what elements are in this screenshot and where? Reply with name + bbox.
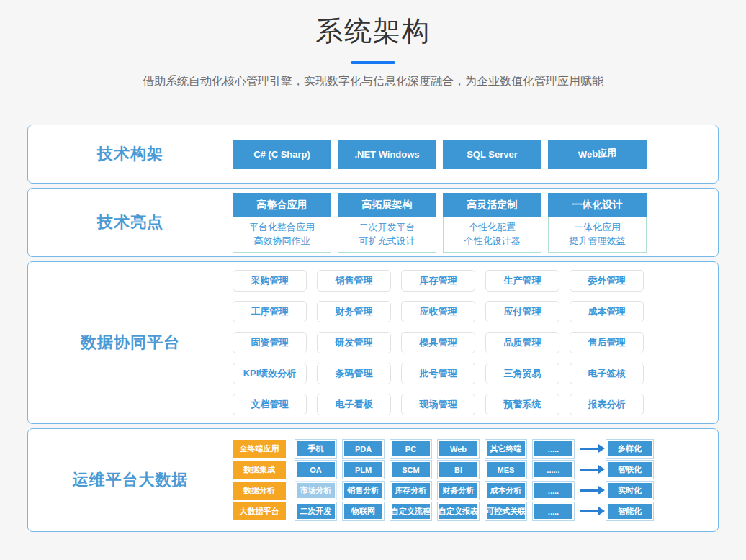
highlight-card-line: 高效协同作业 [233, 234, 331, 248]
ops-item-button[interactable]: 二次开发 [295, 502, 336, 520]
section-label-data-platform: 数据协同平台 [28, 332, 233, 353]
ops-item-button[interactable]: 其它终端 [485, 440, 526, 458]
title-underline [351, 61, 395, 64]
arrow-right-icon [580, 469, 599, 471]
module-button[interactable]: 生产管理 [485, 270, 560, 292]
ops-item-button[interactable]: 财务分析 [438, 482, 479, 500]
page-header: 系统架构 借助系统自动化核心管理引擎，实现数字化与信息化深度融合，为企业数值化管… [0, 0, 746, 89]
ops-result-button[interactable]: 多样化 [606, 440, 653, 458]
ops-item-button[interactable]: OA [295, 461, 336, 479]
ops-item-button[interactable]: ..... [533, 482, 574, 500]
module-button[interactable]: 品质管理 [485, 332, 560, 353]
section-label-ops-platform: 运维平台大数据 [28, 469, 233, 491]
ops-item-button[interactable]: MES [485, 461, 526, 479]
module-button[interactable]: 电子签核 [570, 363, 644, 384]
highlight-card-line: 个性化设计器 [444, 234, 541, 248]
arrow-right-icon [580, 489, 599, 492]
highlight-card: 高拓展架构二次开发平台可扩充式设计 [338, 193, 436, 253]
data-platform-grid: 采购管理销售管理库存管理生产管理委外管理工序管理财务管理应收管理应付管理成本管理… [233, 270, 644, 415]
ops-item-button[interactable]: PDA [343, 440, 384, 458]
section-label-tech-framework: 技术构架 [28, 143, 233, 165]
ops-item-button[interactable]: 手机 [295, 440, 336, 458]
module-button[interactable]: KPI绩效分析 [233, 363, 307, 384]
highlight-card-line: 个性化配置 [444, 220, 541, 234]
ops-category-button[interactable]: 数据分析 [233, 482, 286, 500]
highlight-card-line: 一体化应用 [549, 220, 646, 234]
ops-item-button[interactable]: 销售分析 [343, 482, 384, 500]
ops-row: 全终端应用手机PDAPCWeb其它终端.....多样化 [233, 440, 653, 458]
module-button[interactable]: 批号管理 [401, 363, 475, 384]
ops-row: 数据集成OAPLMSCMBIMES......智联化 [233, 461, 653, 479]
module-button[interactable]: 采购管理 [233, 270, 307, 292]
highlight-card-title: 高整合应用 [233, 193, 331, 217]
system-architecture-page: 系统架构 借助系统自动化核心管理引擎，实现数字化与信息化深度融合，为企业数值化管… [0, 0, 746, 560]
ops-category-button[interactable]: 数据集成 [233, 461, 286, 479]
module-button[interactable]: 应付管理 [485, 301, 560, 322]
section-label-tech-highlights: 技术亮点 [28, 212, 233, 233]
ops-item-button[interactable]: 自定义流程 [390, 502, 431, 520]
highlight-card-body: 个性化配置个性化设计器 [443, 217, 541, 253]
ops-item-button[interactable]: PC [390, 440, 431, 458]
module-button[interactable]: 研发管理 [317, 332, 391, 353]
panel-tech-framework: 技术构架 C# (C Sharp).NET WindowsSQL ServerW… [27, 125, 719, 184]
module-button[interactable]: 三角贸易 [485, 363, 560, 384]
ops-item-button[interactable]: 自定义报表 [438, 502, 479, 520]
module-button[interactable]: 报表分析 [570, 394, 644, 415]
tech-framework-buttons: C# (C Sharp).NET WindowsSQL ServerWeb应用 [233, 140, 718, 169]
ops-result-button[interactable]: 智能化 [606, 502, 653, 520]
ops-item-button[interactable]: PLM [343, 461, 384, 479]
module-button[interactable]: 条码管理 [317, 363, 391, 384]
highlight-card: 高整合应用平台化整合应用高效协同作业 [233, 193, 331, 253]
ops-item-button[interactable]: SCM [390, 461, 431, 479]
module-button[interactable]: 固资管理 [233, 332, 307, 353]
tech-framework-button[interactable]: SQL Server [443, 140, 541, 169]
tech-framework-button-label: Web应用 [578, 146, 616, 162]
tech-highlight-cards: 高整合应用平台化整合应用高效协同作业高拓展架构二次开发平台可扩充式设计高灵活定制… [233, 193, 718, 253]
ops-item-button[interactable]: 市场分析 [295, 482, 336, 500]
highlight-card-line: 提升管理效益 [549, 234, 646, 248]
ops-category-button[interactable]: 全终端应用 [233, 440, 286, 458]
ops-result-button[interactable]: 智联化 [606, 461, 653, 479]
ops-item-button[interactable]: ..... [533, 440, 574, 458]
ops-item-button[interactable]: 物联网 [343, 502, 384, 520]
module-button[interactable]: 模具管理 [401, 332, 475, 353]
module-button[interactable]: 库存管理 [401, 270, 475, 292]
page-title: 系统架构 [0, 13, 746, 50]
ops-item-button[interactable]: BI [438, 461, 479, 479]
tech-framework-button-label: .NET Windows [354, 149, 419, 160]
highlight-card-line: 平台化整合应用 [233, 220, 331, 234]
panel-tech-highlights: 技术亮点 高整合应用平台化整合应用高效协同作业高拓展架构二次开发平台可扩充式设计… [27, 188, 719, 257]
ops-item-button[interactable]: ..... [533, 502, 574, 520]
module-button[interactable]: 预警系统 [485, 394, 560, 415]
ops-item-button[interactable]: ...... [533, 461, 574, 479]
tech-framework-button-label: C# (C Sharp) [253, 149, 310, 160]
module-button[interactable]: 成本管理 [570, 301, 644, 322]
arrow-right-icon [580, 510, 599, 512]
module-button[interactable]: 销售管理 [317, 270, 391, 292]
arrow-right-icon [580, 448, 599, 450]
module-button[interactable]: 文档管理 [233, 394, 307, 415]
module-button[interactable]: 售后管理 [570, 332, 644, 353]
ops-item-button[interactable]: 成本分析 [485, 482, 526, 500]
module-button[interactable]: 财务管理 [317, 301, 391, 322]
tech-framework-button[interactable]: Web应用 [548, 140, 647, 169]
module-button[interactable]: 现场管理 [401, 394, 475, 415]
tech-framework-button[interactable]: C# (C Sharp) [233, 140, 331, 169]
module-button[interactable]: 工序管理 [233, 301, 307, 322]
highlight-card-body: 二次开发平台可扩充式设计 [338, 217, 436, 253]
panel-ops-platform: 运维平台大数据 全终端应用手机PDAPCWeb其它终端.....多样化数据集成O… [27, 428, 719, 532]
module-button[interactable]: 电子看板 [317, 394, 391, 415]
module-button[interactable]: 应收管理 [401, 301, 475, 322]
ops-platform-rows: 全终端应用手机PDAPCWeb其它终端.....多样化数据集成OAPLMSCMB… [233, 440, 653, 520]
ops-result-button[interactable]: 实时化 [606, 482, 653, 500]
tech-framework-button-label: SQL Server [467, 149, 518, 160]
ops-item-button[interactable]: 可控式关联 [485, 502, 526, 520]
highlight-card-line: 可扩充式设计 [338, 234, 436, 248]
highlight-card: 一体化设计一体化应用提升管理效益 [548, 193, 647, 253]
ops-item-button[interactable]: Web [438, 440, 479, 458]
architecture-diagram: 技术构架 C# (C Sharp).NET WindowsSQL ServerW… [0, 125, 746, 532]
ops-category-button[interactable]: 大数据平台 [233, 502, 286, 520]
module-button[interactable]: 委外管理 [570, 270, 644, 292]
tech-framework-button[interactable]: .NET Windows [338, 140, 436, 169]
ops-item-button[interactable]: 库存分析 [390, 482, 431, 500]
